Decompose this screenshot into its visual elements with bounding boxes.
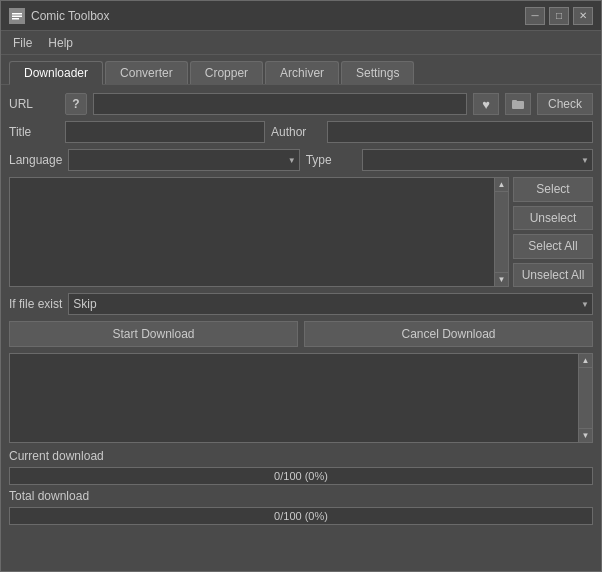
tab-bar: Downloader Converter Cropper Archiver Se…: [1, 55, 601, 85]
bookmark-button[interactable]: ♥: [473, 93, 499, 115]
total-progress-bar: 0/100 (0%): [9, 507, 593, 525]
type-dropdown[interactable]: [362, 149, 593, 171]
total-progress-text: 0/100 (0%): [274, 510, 328, 522]
log-scroll-track: [579, 368, 592, 428]
language-dropdown[interactable]: [68, 149, 299, 171]
type-dropdown-wrapper: [362, 149, 593, 171]
app-icon: [9, 8, 25, 24]
download-buttons: Start Download Cancel Download: [9, 321, 593, 347]
unselect-button[interactable]: Unselect: [513, 206, 593, 231]
chapter-list-scrollbar: ▲ ▼: [494, 178, 508, 286]
unselect-all-button[interactable]: Unselect All: [513, 263, 593, 288]
menu-file[interactable]: File: [5, 34, 40, 52]
svg-rect-1: [12, 13, 22, 15]
minimize-button[interactable]: ─: [525, 7, 545, 25]
svg-rect-3: [12, 18, 19, 20]
window-controls: ─ □ ✕: [525, 7, 593, 25]
current-download-label: Current download: [9, 449, 593, 463]
maximize-button[interactable]: □: [549, 7, 569, 25]
if-file-label: If file exist: [9, 297, 62, 311]
progress-section: Current download 0/100 (0%) Total downlo…: [9, 449, 593, 525]
language-dropdown-wrapper: [68, 149, 299, 171]
author-label: Author: [271, 125, 321, 139]
log-scroll-down-btn[interactable]: ▼: [579, 428, 592, 442]
tab-settings[interactable]: Settings: [341, 61, 414, 84]
url-label: URL: [9, 97, 59, 111]
list-scroll-track: [495, 192, 508, 272]
cancel-download-button[interactable]: Cancel Download: [304, 321, 593, 347]
list-scroll-down-btn[interactable]: ▼: [495, 272, 508, 286]
log-content: [10, 354, 578, 442]
log-scrollbar: ▲ ▼: [578, 354, 592, 442]
close-button[interactable]: ✕: [573, 7, 593, 25]
author-input[interactable]: [327, 121, 593, 143]
log-scroll-up-btn[interactable]: ▲: [579, 354, 592, 368]
help-button[interactable]: ?: [65, 93, 87, 115]
select-all-button[interactable]: Select All: [513, 234, 593, 259]
folder-button[interactable]: [505, 93, 531, 115]
title-bar: Comic Toolbox ─ □ ✕: [1, 1, 601, 31]
language-type-row: Language Type: [9, 149, 593, 171]
language-label: Language: [9, 153, 62, 167]
title-label: Title: [9, 125, 59, 139]
chapter-list-area: ▲ ▼ Select Unselect Select All Unselect …: [9, 177, 593, 287]
title-row: Title Author: [9, 121, 593, 143]
check-button[interactable]: Check: [537, 93, 593, 115]
main-window: Comic Toolbox ─ □ ✕ File Help Downloader…: [0, 0, 602, 572]
svg-rect-2: [12, 15, 22, 17]
url-input[interactable]: [93, 93, 467, 115]
type-label: Type: [306, 153, 356, 167]
chapter-list: ▲ ▼: [9, 177, 509, 287]
tab-archiver[interactable]: Archiver: [265, 61, 339, 84]
menu-bar: File Help: [1, 31, 601, 55]
tab-cropper[interactable]: Cropper: [190, 61, 263, 84]
chapter-list-content[interactable]: [10, 178, 494, 286]
svg-rect-4: [512, 101, 524, 109]
list-scroll-up-btn[interactable]: ▲: [495, 178, 508, 192]
start-download-button[interactable]: Start Download: [9, 321, 298, 347]
total-download-label: Total download: [9, 489, 593, 503]
if-file-dropdown[interactable]: Skip: [68, 293, 593, 315]
current-progress-text: 0/100 (0%): [274, 470, 328, 482]
select-button[interactable]: Select: [513, 177, 593, 202]
tab-downloader[interactable]: Downloader: [9, 61, 103, 85]
main-content: URL ? ♥ Check Title Author Language: [1, 85, 601, 571]
svg-rect-5: [512, 100, 517, 102]
if-file-dropdown-wrapper: Skip: [68, 293, 593, 315]
window-title: Comic Toolbox: [31, 9, 525, 23]
current-progress-bar: 0/100 (0%): [9, 467, 593, 485]
if-file-row: If file exist Skip: [9, 293, 593, 315]
selection-buttons: Select Unselect Select All Unselect All: [513, 177, 593, 287]
url-row: URL ? ♥ Check: [9, 93, 593, 115]
title-input[interactable]: [65, 121, 265, 143]
log-area: ▲ ▼: [9, 353, 593, 443]
folder-icon: [511, 97, 525, 111]
menu-help[interactable]: Help: [40, 34, 81, 52]
tab-converter[interactable]: Converter: [105, 61, 188, 84]
